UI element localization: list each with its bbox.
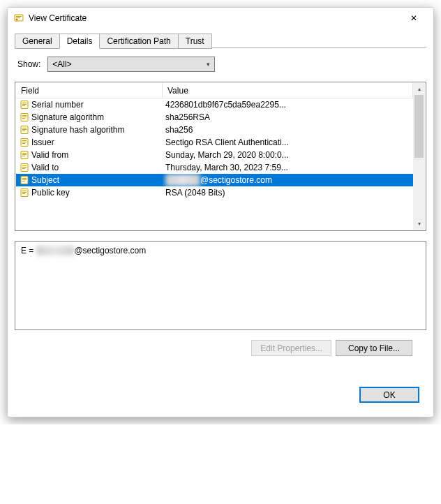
list-item-field: Valid from: [31, 149, 163, 161]
svg-rect-3: [16, 17, 20, 18]
svg-rect-25: [22, 165, 27, 166]
selected-item-details: E = redacted@sectigostore.com: [15, 241, 426, 330]
column-header-field[interactable]: Field: [16, 83, 163, 98]
svg-rect-9: [22, 115, 27, 116]
list-item[interactable]: Valid toThursday, March 30, 2023 7:59...: [16, 161, 413, 174]
tab-strip: General Details Certification Path Trust: [15, 33, 426, 48]
show-dropdown[interactable]: <All> ▾: [47, 57, 215, 72]
listview-header: Field Value: [16, 83, 413, 98]
edit-properties-button: Edit Properties...: [251, 340, 331, 356]
list-item[interactable]: Public keyRSA (2048 Bits): [16, 186, 413, 199]
list-item[interactable]: Signature algorithmsha256RSA: [16, 111, 413, 124]
certificate-field-icon: [19, 99, 30, 110]
window-title: View Certificate: [29, 13, 400, 23]
list-item-value: 4236801db9f67c5da59ea2295...: [163, 98, 413, 111]
edit-properties-label: Edit Properties...: [260, 343, 322, 353]
tab-general[interactable]: General: [15, 34, 60, 49]
svg-rect-6: [22, 104, 27, 105]
svg-rect-34: [22, 192, 27, 193]
svg-rect-5: [22, 103, 27, 103]
list-item-value: xxxxxxx@sectigostore.com: [163, 174, 413, 186]
chevron-down-icon: ▾: [207, 61, 210, 68]
svg-rect-30: [22, 179, 27, 180]
list-item-value: Thursday, March 30, 2023 7:59...: [163, 161, 413, 174]
certificate-field-icon: [19, 162, 30, 173]
tab-general-label: General: [22, 36, 52, 46]
svg-rect-31: [22, 181, 25, 181]
list-item-value: Sectigo RSA Client Authenticati...: [163, 136, 413, 149]
list-item-field: Subject: [31, 174, 163, 186]
tab-details-label: Details: [67, 36, 93, 46]
certificate-field-icon: [19, 112, 30, 123]
ok-button[interactable]: OK: [359, 387, 419, 403]
copy-to-file-button[interactable]: Copy to File...: [336, 340, 412, 356]
list-item[interactable]: IssuerSectigo RSA Client Authenticati...: [16, 136, 413, 149]
svg-rect-29: [22, 178, 27, 179]
certificate-field-icon: [19, 175, 30, 186]
list-item-value: sha256: [163, 124, 413, 136]
list-item-value: RSA (2048 Bits): [163, 186, 413, 199]
ok-label: OK: [383, 390, 395, 400]
tab-cert-path-label: Certification Path: [107, 36, 170, 46]
svg-rect-27: [22, 168, 25, 169]
column-header-value[interactable]: Value: [163, 83, 413, 98]
tab-details[interactable]: Details: [59, 34, 100, 49]
svg-rect-2: [16, 16, 22, 17]
list-item-field: Public key: [31, 186, 163, 199]
close-button[interactable]: ✕: [400, 8, 428, 28]
scroll-up-button[interactable]: ▴: [413, 83, 425, 95]
svg-rect-18: [22, 142, 27, 142]
scroll-thumb[interactable]: [414, 95, 424, 158]
svg-rect-22: [22, 154, 27, 155]
certificate-field-icon: [19, 149, 30, 161]
svg-rect-35: [22, 193, 25, 194]
listview-scrollbar[interactable]: ▴ ▾: [413, 83, 425, 230]
list-item-value: sha256RSA: [163, 111, 413, 124]
list-item[interactable]: Signature hash algorithmsha256: [16, 124, 413, 136]
fields-listview: Field Value Serial number4236801db9f67c5…: [15, 82, 426, 231]
list-item-value: Sunday, March 29, 2020 8:00:0...: [163, 149, 413, 161]
svg-rect-14: [22, 129, 27, 130]
close-icon: ✕: [410, 13, 417, 23]
scroll-track[interactable]: [413, 95, 425, 218]
copy-to-file-label: Copy to File...: [348, 343, 400, 353]
list-item[interactable]: Valid fromSunday, March 29, 2020 8:00:0.…: [16, 149, 413, 161]
details-suffix: @sectigostore.com: [74, 246, 146, 255]
tab-certification-path[interactable]: Certification Path: [99, 34, 178, 49]
list-item[interactable]: Subjectxxxxxxx@sectigostore.com: [16, 174, 413, 186]
list-item-field: Issuer: [31, 136, 163, 149]
action-buttons: Edit Properties... Copy to File...: [15, 340, 426, 356]
show-label: Show:: [17, 59, 40, 69]
svg-point-1: [16, 19, 18, 21]
svg-rect-33: [22, 191, 27, 191]
svg-rect-21: [22, 153, 27, 154]
certificate-field-icon: [19, 124, 30, 135]
footer: OK: [15, 384, 426, 410]
svg-rect-26: [22, 167, 27, 168]
tab-trust-label: Trust: [186, 36, 204, 46]
list-item[interactable]: Serial number4236801db9f67c5da59ea2295..…: [16, 98, 413, 111]
titlebar: View Certificate ✕: [8, 8, 433, 29]
show-dropdown-value: <All>: [52, 59, 71, 69]
list-item-field: Signature hash algorithm: [31, 124, 163, 136]
list-item-field: Valid to: [31, 161, 163, 174]
svg-rect-13: [22, 128, 27, 128]
tab-trust[interactable]: Trust: [178, 34, 212, 49]
scroll-down-button[interactable]: ▾: [413, 218, 425, 230]
svg-rect-15: [22, 131, 25, 131]
svg-rect-11: [22, 118, 25, 119]
certificate-window: View Certificate ✕ General Details Certi…: [7, 7, 434, 417]
list-item-field: Serial number: [31, 98, 163, 111]
certificate-field-icon: [19, 137, 30, 148]
svg-rect-7: [22, 105, 25, 106]
svg-rect-23: [22, 156, 25, 156]
certificate-icon: [13, 13, 24, 24]
details-redacted: redacted: [36, 246, 75, 255]
list-item-field: Signature algorithm: [31, 111, 163, 124]
svg-rect-17: [22, 140, 27, 141]
svg-rect-10: [22, 117, 27, 117]
svg-rect-19: [22, 143, 25, 144]
show-row: Show: <All> ▾: [15, 57, 426, 72]
certificate-field-icon: [19, 187, 30, 198]
content-area: General Details Certification Path Trust…: [8, 29, 433, 417]
